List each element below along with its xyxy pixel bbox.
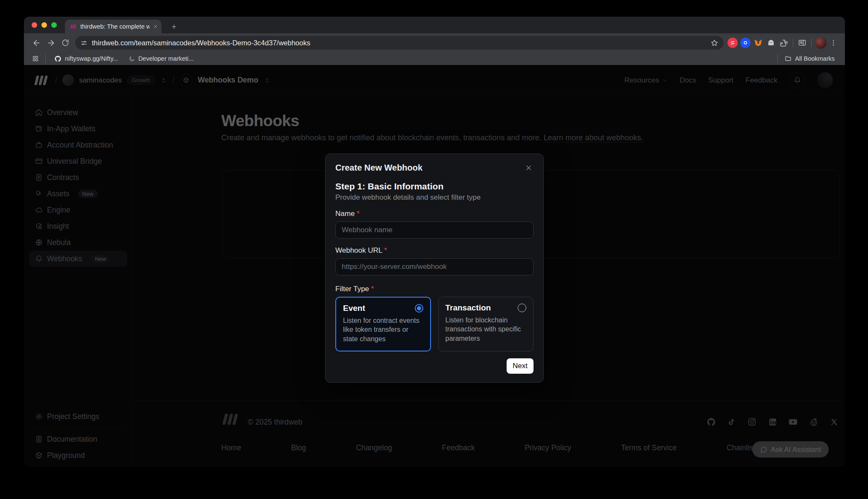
option-title: Transaction [446, 303, 491, 313]
toolbar-separator-2 [811, 38, 812, 47]
close-window-button[interactable] [32, 22, 37, 28]
required-asterisk: * [384, 246, 387, 254]
site-info-icon[interactable] [80, 39, 88, 47]
tab-title: thirdweb: The complete web3 [80, 23, 150, 30]
reload-button[interactable] [58, 35, 73, 50]
zoom-window-button[interactable] [51, 22, 57, 28]
browser-tab[interactable]: thirdweb: The complete web3 [65, 20, 161, 33]
profile-avatar[interactable] [814, 36, 827, 49]
bookmark-star-icon[interactable] [710, 39, 718, 47]
next-button[interactable]: Next [507, 358, 534, 374]
reload-icon [61, 38, 70, 47]
window-controls [32, 22, 57, 28]
step-description: Provide webhook details and select filte… [335, 193, 534, 202]
github-bookmark-icon [54, 55, 62, 62]
thirdweb-favicon [70, 24, 77, 29]
filter-type-label: Filter Type * [335, 285, 534, 293]
bookmark-niftyswap[interactable]: niftyswap.gg/Nifty... [50, 53, 123, 64]
new-tab-button[interactable] [168, 21, 179, 32]
close-icon [525, 164, 532, 171]
filter-option-event[interactable]: Event Listen for contract events like to… [335, 297, 431, 351]
menu-dots-icon [830, 39, 837, 47]
url-text: thirdweb.com/team/saminacodes/Webhooks-D… [92, 39, 706, 47]
side-search-icon [798, 38, 806, 47]
browser-toolbar: thirdweb.com/team/saminacodes/Webhooks-D… [24, 33, 845, 52]
bookmark-label: niftyswap.gg/Nifty... [65, 55, 118, 62]
required-asterisk: * [357, 210, 360, 218]
browser-window: thirdweb: The complete web3 thirdweb.com… [24, 17, 845, 467]
toolbar-separator [793, 38, 793, 47]
all-bookmarks-button[interactable]: All Bookmarks [780, 53, 839, 64]
required-asterisk: * [371, 285, 374, 293]
bookmarks-bar: niftyswap.gg/Nifty... Developer marketi.… [24, 52, 845, 65]
screen: thirdweb: The complete web3 thirdweb.com… [0, 0, 868, 499]
address-bar[interactable]: thirdweb.com/team/saminacodes/Webhooks-D… [75, 36, 724, 50]
coinbase-extension-icon[interactable] [739, 36, 752, 49]
crescent-icon [129, 56, 135, 62]
webhook-url-input[interactable] [335, 258, 534, 275]
bookmark-label: Developer marketi... [138, 55, 194, 62]
tab-strip: thirdweb: The complete web3 [24, 17, 845, 33]
bookmarks-separator-right [777, 54, 778, 63]
all-bookmarks-label: All Bookmarks [795, 55, 835, 62]
side-search-button[interactable] [796, 36, 809, 49]
menu-dots-button[interactable] [827, 36, 840, 49]
forward-icon [47, 38, 56, 47]
modal-close-button[interactable] [523, 162, 534, 173]
modal-title: Create New Webhook [335, 163, 422, 173]
bookmarks-separator [45, 54, 46, 63]
create-webhook-modal: Create New Webhook Step 1: Basic Informa… [325, 154, 544, 383]
filter-option-transaction[interactable]: Transaction Listen for blockchain transa… [438, 297, 534, 351]
page-viewport: / saminacodes Growth / Webhooks Demo Res… [24, 65, 845, 467]
tab-close-icon[interactable] [153, 24, 158, 29]
back-button[interactable] [29, 35, 44, 50]
plus-icon [171, 24, 177, 30]
name-label: Name * [335, 210, 534, 218]
back-icon [32, 38, 41, 47]
option-description: Listen for contract events like token tr… [343, 316, 423, 343]
minimize-window-button[interactable] [41, 22, 47, 28]
webhook-name-input[interactable] [335, 221, 534, 239]
phantom-extension-icon[interactable] [765, 36, 777, 49]
zerion-extension-icon[interactable] [726, 36, 739, 49]
filter-type-options: Event Listen for contract events like to… [335, 297, 534, 351]
option-title: Event [343, 304, 365, 313]
url-label: Webhook URL * [335, 246, 534, 255]
folder-icon [785, 55, 792, 62]
metamask-extension-icon[interactable] [752, 36, 765, 49]
radio-unselected-icon[interactable] [518, 304, 526, 312]
radio-selected-icon[interactable] [415, 304, 423, 313]
step-title: Step 1: Basic Information [335, 181, 534, 192]
apps-grid-button[interactable] [30, 53, 41, 64]
bookmark-developer-marketing[interactable]: Developer marketi... [124, 53, 198, 64]
apps-grid-icon [32, 55, 39, 62]
extensions-puzzle-icon[interactable] [777, 36, 790, 49]
forward-button[interactable] [44, 35, 58, 50]
option-description: Listen for blockchain transactions with … [446, 316, 527, 343]
